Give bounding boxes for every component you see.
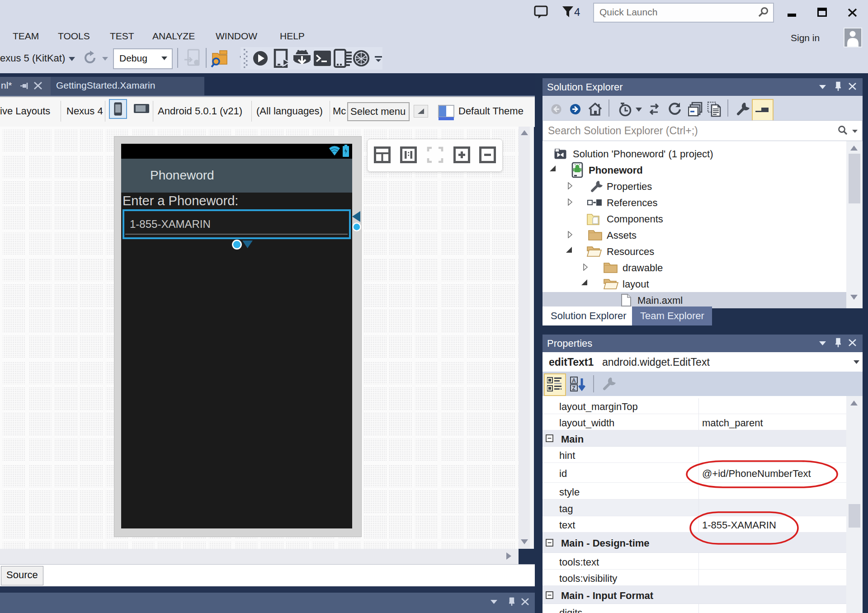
svg-text:A: A — [572, 377, 576, 384]
svg-text:Z: Z — [572, 385, 575, 391]
